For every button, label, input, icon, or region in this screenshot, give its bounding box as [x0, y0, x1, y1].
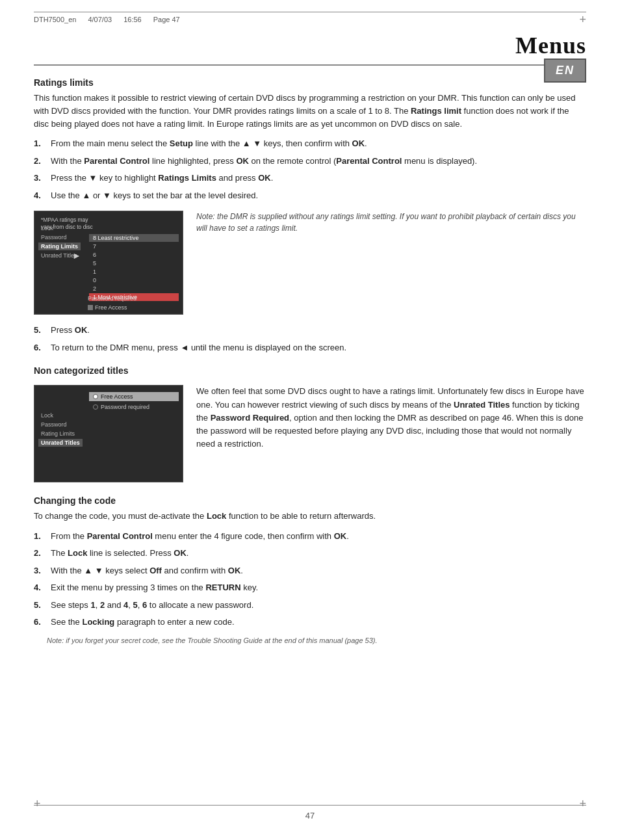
header-meta2: 4/07/03: [88, 16, 112, 23]
option-5: 5: [89, 259, 179, 267]
option-0: 0: [89, 276, 179, 284]
non-categorized-row: Free Access Password required Lock Passw…: [34, 385, 586, 482]
step-3: 3. Press the ▼ key to highlight Ratings …: [34, 172, 586, 185]
ratings-steps-1-4: 1. From the main menu select the Setup l…: [34, 137, 586, 202]
rating-limits-item: Rating Limits: [38, 243, 81, 250]
en-badge: EN: [544, 59, 586, 83]
screen1-bottom: Password required Free Access: [85, 295, 139, 311]
step-6: 6. To return to the DMR menu, press ◄ un…: [34, 341, 586, 354]
screenshot-2: Free Access Password required Lock Passw…: [34, 385, 183, 482]
pw-required-opt2: Password required: [89, 402, 179, 412]
step-4: 4. Use the ▲ or ▼ keys to set the bar at…: [34, 189, 586, 202]
free-access-opt: Free Access: [85, 304, 139, 311]
change-step-5: 5. See steps 1, 2 and 4, 5, 6 to allocat…: [34, 599, 586, 612]
screen2-options: Free Access Password required: [89, 392, 179, 412]
option-1: 1: [89, 268, 179, 276]
changing-code-intro: To change the code, you must de-activate…: [34, 510, 586, 523]
ratings-limits-intro: This function makes it possible to restr…: [34, 92, 586, 131]
screenshot-1: *MPAA ratings mayvary from disc to disc …: [34, 211, 183, 315]
header-meta: DTH7500_en 4/07/03 16:56 Page 47: [34, 16, 180, 23]
page-title: Menus: [515, 32, 586, 59]
password-item: Password: [38, 233, 81, 241]
non-categorized-body: We often feel that some DVD discs ought …: [196, 385, 586, 451]
lock-item2: Lock: [38, 412, 83, 419]
ratings-limits-title: Ratings limits: [34, 77, 586, 88]
change-step-1: 1. From the Parental Control menu enter …: [34, 530, 586, 543]
ratings-limits-section: Ratings limits This function makes it po…: [34, 77, 586, 354]
header-meta3: 16:56: [123, 16, 142, 23]
unrated-titles-item2: Unrated Titles: [38, 439, 83, 447]
step-2: 2. With the Parental Control line highli…: [34, 155, 586, 168]
option-6: 6: [89, 251, 179, 259]
non-categorized-section: Non categorized titles Free Access Passw…: [34, 365, 586, 482]
free-access-selected: Free Access: [89, 392, 179, 401]
header-bar: DTH7500_en 4/07/03 16:56 Page 47 +: [34, 12, 586, 25]
radio-free-access: [93, 394, 98, 399]
non-categorized-title: Non categorized titles: [34, 365, 586, 376]
option-2: 2: [89, 285, 179, 293]
change-step-4: 4. Exit the menu by pressing 3 times on …: [34, 581, 586, 594]
title-section: Menus: [34, 32, 586, 66]
ratings-steps-5-6: 5. Press OK. 6. To return to the DMR men…: [34, 324, 586, 354]
scroll-arrow: ►: [72, 250, 81, 261]
step-1: 1. From the main menu select the Setup l…: [34, 137, 586, 150]
option-8-least: 8 Least restrictive: [89, 234, 179, 242]
changing-code-note: Note: if you forget your secret code, se…: [47, 635, 586, 646]
footer-bar: + 47 +: [34, 805, 586, 820]
ratings-screen-note: Note: the DMR is supplied without any ra…: [196, 211, 586, 234]
change-step-3: 3. With the ▲ ▼ keys select Off and conf…: [34, 564, 586, 577]
password-item2: Password: [38, 421, 83, 428]
changing-code-section: Changing the code To change the code, yo…: [34, 495, 586, 646]
header-meta1: DTH7500_en: [34, 16, 76, 23]
radio-pw-required: [93, 404, 98, 410]
screen2-menu-left: Lock Password Rating Limits Unrated Titl…: [38, 412, 83, 447]
free-access-checkbox: [88, 305, 93, 310]
pw-required-opt: Password required: [85, 295, 139, 302]
change-step-6: 6. See the Locking paragraph to enter a …: [34, 616, 586, 629]
rating-limits-item2: Rating Limits: [38, 430, 83, 438]
option-7: 7: [89, 243, 179, 250]
changing-code-steps: 1. From the Parental Control menu enter …: [34, 530, 586, 629]
step-5: 5. Press OK.: [34, 324, 586, 337]
lock-item: Lock: [38, 224, 81, 232]
page-number: 47: [305, 811, 315, 820]
header-meta4: Page 47: [153, 16, 180, 23]
ratings-screenshot-row: *MPAA ratings mayvary from disc to disc …: [34, 211, 586, 315]
changing-code-title: Changing the code: [34, 495, 586, 506]
change-step-2: 2. The Lock line is selected. Press OK.: [34, 547, 586, 560]
